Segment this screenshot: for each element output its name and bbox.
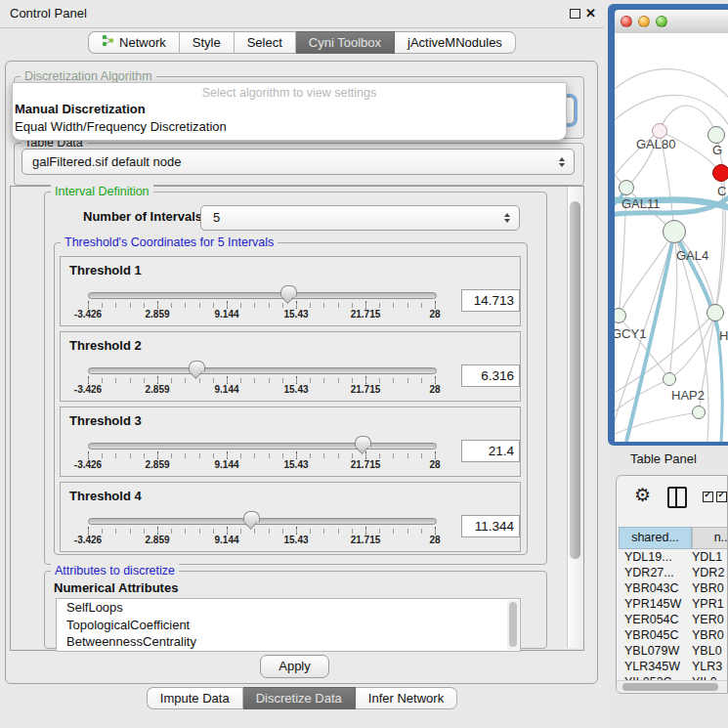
table-row[interactable]: YER054CYER0: [619, 612, 728, 627]
slider-track[interactable]: [88, 518, 437, 525]
tick-label: 9.144: [214, 535, 238, 545]
network-node[interactable]: [619, 180, 634, 195]
slider-minor-ticks: [88, 378, 436, 383]
threshold-value-field[interactable]: 11.344: [461, 515, 520, 537]
combo-arrows-icon: [504, 213, 511, 223]
node-label: H: [719, 328, 728, 343]
checkbox-icon[interactable]: [703, 492, 713, 502]
tab-network[interactable]: Network: [88, 31, 180, 54]
threshold-list: Threshold 1 -3.4262.8599.14415.4321.7152…: [60, 256, 521, 557]
network-node[interactable]: [707, 304, 724, 321]
tab-style[interactable]: Style: [180, 31, 235, 54]
tick-label: 21.715: [351, 384, 381, 395]
tick-label: 15.43: [283, 535, 308, 545]
threshold-label: Threshold 4: [69, 489, 142, 503]
tab-jactivemnodules[interactable]: jActiveMNodules: [395, 31, 516, 54]
minimize-light-icon[interactable]: [638, 16, 650, 27]
tab-infer-network[interactable]: Infer Network: [356, 687, 457, 709]
slider-track[interactable]: [88, 443, 437, 450]
tick-label: 2.859: [145, 309, 169, 320]
tick-label: -3.426: [74, 309, 102, 320]
tab-label: Impute Data: [160, 688, 230, 708]
table-row[interactable]: YDR27...YDR2: [619, 565, 728, 580]
checkbox-icon[interactable]: [716, 492, 727, 502]
table-panel-title: Table Panel: [630, 448, 697, 471]
tab-cyni-toolbox[interactable]: Cyni Toolbox: [296, 31, 395, 54]
threshold-value-field[interactable]: 6.316: [461, 364, 520, 387]
table-row[interactable]: YBR043CYBR0: [619, 580, 728, 596]
cell-shared-name: YER054C: [619, 612, 692, 627]
network-node[interactable]: [663, 372, 676, 386]
node-label: GAL80: [636, 137, 675, 151]
popup-item[interactable]: Equal Width/Frequency Discretization: [15, 119, 227, 134]
network-window-titlebar[interactable]: [615, 10, 728, 34]
cell-shared-name: YDR27...: [619, 565, 692, 580]
split-columns-icon[interactable]: [667, 487, 687, 508]
table-row[interactable]: YBR045CYBR0: [619, 627, 728, 643]
apply-button[interactable]: Apply: [260, 655, 329, 678]
attribute-item[interactable]: SelfLoops: [57, 599, 520, 617]
slider-tick-labels: -3.4262.8599.14415.4321.71528: [61, 309, 520, 321]
slider-thumb[interactable]: [189, 361, 205, 372]
num-intervals-combobox[interactable]: 5: [200, 205, 520, 231]
network-canvas[interactable]: GAL80GCGAL11GAL4GCY1HHAP2: [615, 33, 728, 442]
table-row[interactable]: YBL079WYBL0: [619, 643, 728, 659]
cell-name: YBR0: [692, 627, 728, 643]
interval-group-title: Interval Definition: [51, 185, 153, 199]
slider-track[interactable]: [88, 292, 437, 299]
close-icon[interactable]: ✕: [585, 6, 596, 21]
table-row[interactable]: YDL19...YDL1: [619, 549, 728, 565]
network-node[interactable]: [663, 220, 686, 243]
popup-item[interactable]: Manual Discretization: [15, 102, 146, 116]
slider-track[interactable]: [88, 367, 437, 374]
table-row[interactable]: YPR145WYPR1: [619, 596, 728, 612]
zoom-light-icon[interactable]: [656, 16, 667, 27]
network-window[interactable]: GAL80GCGAL11GAL4GCY1HHAP2: [608, 4, 728, 446]
bottom-tab-bar: Impute DataDiscretize DataInfer Network: [0, 687, 604, 709]
tick-label: 2.859: [145, 384, 169, 395]
cell-shared-name: YDL19...: [619, 549, 692, 565]
table-row[interactable]: YLR345WYLR3: [619, 659, 728, 674]
column-header-name[interactable]: n...: [692, 527, 728, 549]
numerical-attributes-list[interactable]: SelfLoopsTopologicalCoefficientBetweenne…: [56, 598, 521, 652]
algorithm-popup: Select algorithm to view settings Manual…: [12, 82, 567, 141]
tab-label: jActiveMNodules: [407, 32, 502, 53]
tick-label: 21.715: [351, 309, 381, 320]
table-body[interactable]: YDL19...YDL1YDR27...YDR2YBR043CYBR0YPR14…: [619, 549, 728, 680]
horizontal-scrollbar[interactable]: [617, 680, 727, 692]
node-label: HAP2: [671, 388, 705, 403]
attribute-item[interactable]: TopologicalCoefficient: [57, 617, 520, 634]
slider-thumb[interactable]: [243, 511, 260, 523]
gear-icon[interactable]: ⚙: [634, 484, 651, 506]
slider-tick-labels: -3.4262.8599.14415.4321.71528: [61, 535, 520, 546]
network-node[interactable]: [692, 406, 706, 419]
tick-label: 28: [429, 309, 440, 320]
slider-minor-ticks: [88, 303, 436, 308]
threshold-value-field[interactable]: 21.4: [461, 440, 520, 462]
slider-minor-ticks: [88, 453, 436, 458]
table-header[interactable]: shared... n...: [619, 527, 728, 549]
tab-label: Select: [247, 32, 282, 53]
combo-arrows-icon: [559, 157, 566, 167]
column-header-shared[interactable]: shared...: [619, 527, 692, 549]
tick-label: 15.43: [283, 309, 308, 320]
threshold-label: Threshold 1: [69, 263, 142, 278]
list-scrollbar[interactable]: [507, 600, 519, 650]
tab-select[interactable]: Select: [235, 31, 296, 54]
network-node[interactable]: [712, 164, 728, 182]
threshold-value-field[interactable]: 14.713: [461, 289, 520, 312]
attribute-item[interactable]: BetweennessCentrality: [57, 633, 520, 651]
tick-label: -3.426: [74, 459, 102, 470]
slider-thumb[interactable]: [355, 436, 371, 448]
network-node[interactable]: [707, 126, 725, 144]
vertical-scrollbar-thumb[interactable]: [570, 201, 580, 559]
node-label: GAL11: [621, 196, 661, 211]
close-light-icon[interactable]: [621, 16, 632, 27]
table-data-combobox[interactable]: galFiltered.sif default node: [21, 149, 575, 175]
tab-impute-data[interactable]: Impute Data: [147, 687, 243, 709]
tab-discretize-data[interactable]: Discretize Data: [243, 687, 356, 709]
float-window-icon[interactable]: [570, 9, 580, 19]
threshold-row: Threshold 1 -3.4262.8599.14415.4321.7152…: [60, 256, 521, 326]
tab-label: Infer Network: [368, 688, 444, 708]
slider-thumb[interactable]: [280, 285, 297, 297]
